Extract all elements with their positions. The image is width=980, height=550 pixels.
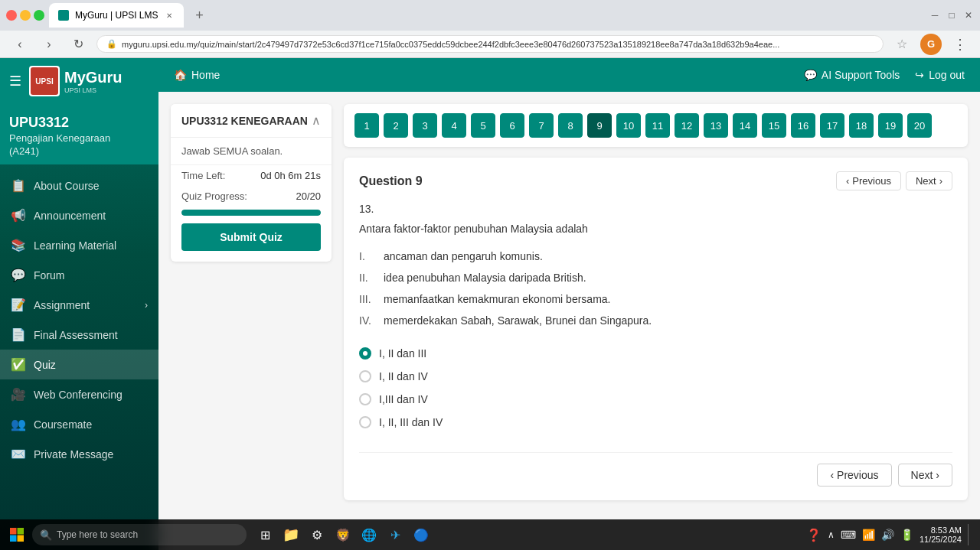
q-btn-12[interactable]: 12 [675,113,699,138]
chevron-up-icon[interactable]: ∧ [828,529,835,540]
sidebar-nav: 📋 About Course 📢 Announcement 📚 Learning… [0,164,158,475]
refresh-btn[interactable]: ↻ [67,34,89,55]
course-section: (A241) [9,145,149,157]
next-top-btn[interactable]: Next › [906,171,952,190]
next-bottom-btn[interactable]: Next › [898,464,952,487]
logo-text-block: MyGuru UPSI LMS [64,69,122,94]
announcement-icon: 📢 [11,208,26,223]
taskbar-search[interactable]: 🔍 Type here to search [32,524,247,545]
sidebar-item-learning[interactable]: 📚 Learning Material [0,230,158,260]
back-btn[interactable]: ‹ [9,34,31,55]
q-btn-15[interactable]: 15 [762,113,786,138]
main-layout: ☰ UPSI MyGuru UPSI LMS UPU3312 Pengajian… [0,58,980,550]
q-btn-10[interactable]: 10 [616,113,641,138]
bookmark-icon[interactable]: ☆ [891,34,913,55]
forum-label: Forum [34,269,64,282]
window-max-btn[interactable] [34,10,44,21]
sidebar-item-announcement[interactable]: 📢 Announcement [0,200,158,230]
collapse-icon[interactable]: ∧ [312,113,321,128]
q-btn-18[interactable]: 18 [849,113,874,138]
ai-tools-link[interactable]: 💬 AI Support Tools [804,69,900,81]
radio-4[interactable] [359,416,371,428]
prev-bottom-btn[interactable]: ‹ Previous [817,464,891,487]
telegram-btn[interactable]: ✈ [383,522,407,547]
upsi-logo: UPSI [29,66,60,96]
keyboard-icon: ⌨ [841,529,856,541]
window-controls-right: ─ □ ✕ [929,10,974,21]
option-II: II. idea penubuhan Malaysia daripada Bri… [359,267,952,288]
search-icon: 🔍 [40,529,52,541]
minimize-icon[interactable]: ─ [929,10,940,21]
q-btn-3[interactable]: 3 [413,113,437,138]
taskbar-date-value: 11/25/2024 [920,535,962,544]
forward-btn[interactable]: › [38,34,60,55]
sidebar-item-quiz[interactable]: ✅ Quiz [0,350,158,379]
show-desktop-btn[interactable] [968,524,971,545]
choice-4[interactable]: I, II, III dan IV [359,411,952,434]
option-IV-label: IV. [359,314,377,327]
url-bar[interactable]: 🔒 myguru.upsi.edu.my/quiz/main/start/2c4… [96,35,884,53]
browser-tab[interactable]: MyGuru | UPSI LMS ✕ [49,3,184,28]
question-text: Antara faktor-faktor penubuhan Malaysia … [359,223,952,235]
q-btn-1[interactable]: 1 [354,113,379,138]
q-btn-8[interactable]: 8 [558,113,583,138]
start-button[interactable] [5,522,29,547]
home-link[interactable]: 🏠 Home [174,69,220,81]
new-tab-btn[interactable]: + [188,5,210,26]
choice-1[interactable]: I, II dan III [359,342,952,365]
hamburger-icon[interactable]: ☰ [9,73,21,89]
maximize-icon[interactable]: □ [946,10,957,21]
q-btn-5[interactable]: 5 [471,113,495,138]
question-card: Question 9 ‹ Previous Next › [344,158,968,500]
course-info-block: UPU3312 Pengajian Kenegaraan (A241) [0,104,158,164]
q-btn-20[interactable]: 20 [907,113,932,138]
course-code: UPU3312 [9,115,149,131]
radio-3[interactable] [359,393,371,405]
window-min-btn[interactable] [20,10,31,21]
coursemate-icon: 👥 [11,417,26,431]
sidebar-item-final[interactable]: 📄 Final Assessment [0,320,158,350]
coursemate-label: Coursemate [34,418,92,431]
q-btn-19[interactable]: 19 [878,113,903,138]
prev-top-btn[interactable]: ‹ Previous [836,171,901,190]
q-btn-11[interactable]: 11 [645,113,670,138]
submit-quiz-btn[interactable]: Submit Quiz [181,223,321,251]
browser-profile-btn[interactable]: G [920,34,942,55]
settings-btn[interactable]: ⚙ [305,522,329,547]
q-btn-17[interactable]: 17 [820,113,844,138]
learning-icon: 📚 [11,238,26,252]
webconf-icon: 🎥 [11,387,26,402]
tab-bar: MyGuru | UPSI LMS ✕ + [49,3,925,28]
brave-btn[interactable]: 🦁 [331,522,355,547]
q-btn-7[interactable]: 7 [529,113,554,138]
sidebar-item-assignment[interactable]: 📝 Assignment › [0,290,158,320]
q-btn-13[interactable]: 13 [704,113,728,138]
q-btn-4[interactable]: 4 [442,113,466,138]
sidebar-item-about[interactable]: 📋 About Course [0,171,158,200]
q-btn-14[interactable]: 14 [733,113,757,138]
window-close-btn[interactable] [6,10,17,21]
choice-3[interactable]: I,III dan IV [359,388,952,411]
explorer-btn[interactable]: 📁 [279,522,303,547]
q-btn-6[interactable]: 6 [500,113,524,138]
sidebar-item-forum[interactable]: 💬 Forum [0,260,158,290]
assignment-icon: 📝 [11,298,26,312]
browser-menu-icon[interactable]: ⋮ [949,34,971,55]
sidebar-item-webconf[interactable]: 🎥 Web Conferencing [0,379,158,409]
course-name: Pengajian Kenegaraan [9,132,149,144]
chrome2-btn[interactable]: 🔵 [409,522,433,547]
close-icon[interactable]: ✕ [963,10,974,21]
taskview-btn[interactable]: ⊞ [253,522,277,547]
q-btn-16[interactable]: 16 [791,113,815,138]
radio-1[interactable] [359,347,371,360]
radio-2[interactable] [359,370,371,382]
sidebar-item-coursemate[interactable]: 👥 Coursemate [0,409,158,439]
logo-container: UPSI MyGuru UPSI LMS [29,66,122,96]
q-btn-2[interactable]: 2 [384,113,408,138]
choice-2[interactable]: I, II dan IV [359,365,952,388]
sidebar-item-privmsg[interactable]: ✉️ Private Message [0,439,158,469]
tab-close-btn[interactable]: ✕ [164,10,175,21]
logout-link[interactable]: ↪ Log out [915,69,965,81]
q-btn-9[interactable]: 9 [587,113,612,138]
chrome-btn[interactable]: 🌐 [357,522,381,547]
